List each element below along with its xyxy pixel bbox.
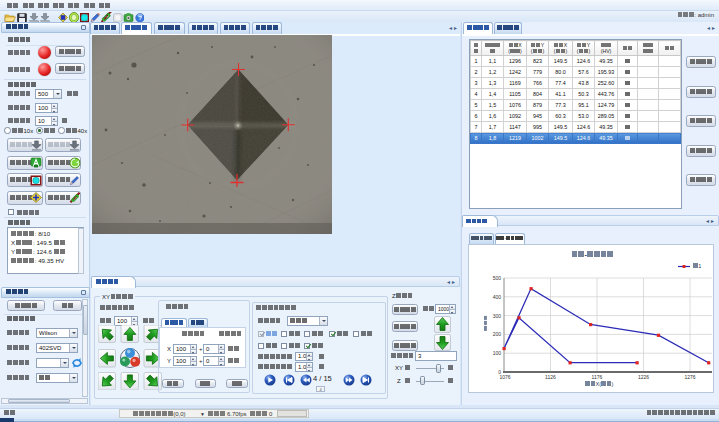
svg-text:?: ? — [138, 15, 142, 21]
svg-text:100: 100 — [493, 350, 502, 356]
svg-text:1076: 1076 — [499, 373, 510, 379]
svg-text:300: 300 — [493, 312, 502, 318]
svg-text:500: 500 — [493, 275, 502, 281]
svg-text:200: 200 — [493, 331, 502, 337]
svg-text:1126: 1126 — [545, 373, 556, 379]
svg-text:1226: 1226 — [638, 373, 649, 379]
svg-text:1276: 1276 — [684, 373, 695, 379]
svg-text:1176: 1176 — [592, 373, 603, 379]
svg-text:400: 400 — [493, 293, 502, 299]
